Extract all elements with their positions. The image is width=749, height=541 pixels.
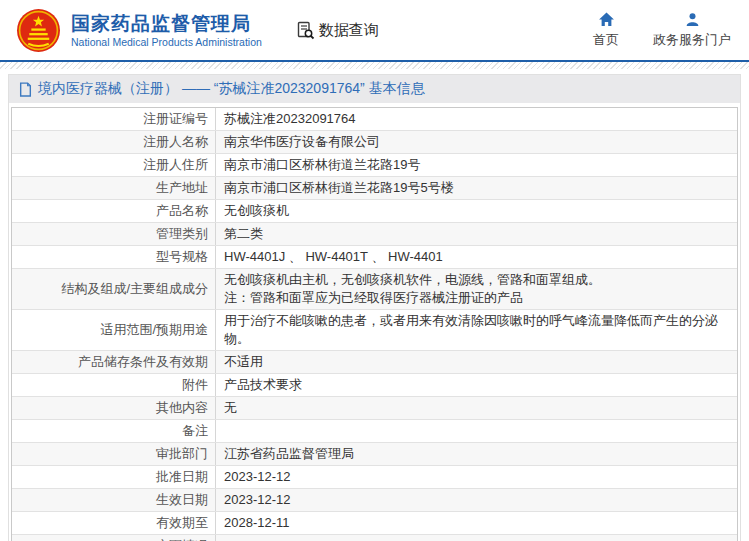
row-value [216, 535, 737, 541]
table-row-intended-use: 适用范围/预期用途 用于治疗不能咳嗽的患者，或者用来有效清除因咳嗽时的呼气峰流量… [12, 310, 737, 351]
table-row-management-class: 管理类别 第二类 [12, 223, 737, 246]
row-label: 备注 [12, 420, 216, 442]
row-label: 批准日期 [12, 466, 216, 488]
table-row-other-content: 其他内容 无 [12, 397, 737, 420]
table-row-effective-date: 生效日期 2023-12-12 [12, 489, 737, 512]
row-value: 不适用 [216, 351, 737, 373]
document-icon [19, 82, 32, 97]
row-label: 审批部门 [12, 443, 216, 465]
org-title-block: 国家药品监督管理局 National Medical Products Admi… [71, 13, 262, 48]
nav-home-label: 首页 [593, 31, 619, 49]
info-table: 注册证编号 苏械注准20232091764 注册人名称 南京华伟医疗设备有限公司… [11, 107, 738, 541]
row-label: 注册证编号 [12, 108, 216, 130]
row-value: 2023-12-12 [216, 466, 737, 488]
row-label: 附件 [12, 374, 216, 396]
row-label: 产品名称 [12, 200, 216, 222]
row-value: 无创咳痰机 [216, 200, 737, 222]
home-icon [598, 12, 615, 27]
page-title: 境内医疗器械（注册） —— “苏械注准20232091764” 基本信息 [38, 80, 425, 98]
row-value: 2023-12-12 [216, 489, 737, 511]
person-icon [685, 12, 700, 27]
table-row-product-name: 产品名称 无创咳痰机 [12, 200, 737, 223]
row-label: 生效日期 [12, 489, 216, 511]
row-value: 第二类 [216, 223, 737, 245]
row-label: 注册人住所 [12, 154, 216, 176]
row-value: 南京市浦口区桥林街道兰花路19号 [216, 154, 737, 176]
data-query-button[interactable]: 数据查询 [296, 21, 379, 40]
row-label: 管理类别 [12, 223, 216, 245]
row-label: 其他内容 [12, 397, 216, 419]
national-emblem-logo [16, 8, 61, 53]
data-query-label: 数据查询 [319, 21, 379, 40]
row-value [216, 420, 737, 442]
row-value: 无 [216, 397, 737, 419]
row-value: 用于治疗不能咳嗽的患者，或者用来有效清除因咳嗽时的呼气峰流量降低而产生的分泌物。 [216, 310, 737, 350]
document-search-icon [296, 21, 315, 40]
row-value: 南京华伟医疗设备有限公司 [216, 131, 737, 153]
row-value: 2028-12-11 [216, 512, 737, 534]
table-row-approval-department: 审批部门 江苏省药品监督管理局 [12, 443, 737, 466]
row-value: 南京市浦口区桥林街道兰花路19号5号楼 [216, 177, 737, 199]
content-card: 境内医疗器械（注册） —— “苏械注准20232091764” 基本信息 注册证… [8, 74, 741, 541]
table-row-approval-date: 批准日期 2023-12-12 [12, 466, 737, 489]
table-row-structure-composition: 结构及组成/主要组成成分 无创咳痰机由主机，无创咳痰机软件，电源线，管路和面罩组… [12, 269, 737, 310]
table-row-attachment: 附件 产品技术要求 [12, 374, 737, 397]
header-nav: 首页 政务服务门户 [593, 12, 735, 49]
hatched-band [0, 62, 749, 69]
row-label: 变更情况 [12, 535, 216, 541]
nav-home[interactable]: 首页 [593, 12, 619, 49]
nav-portal-label: 政务服务门户 [653, 31, 731, 49]
row-value: HW-4401J 、 HW-4401T 、 HW-4401 [216, 246, 737, 268]
table-row-production-address: 生产地址 南京市浦口区桥林街道兰花路19号5号楼 [12, 177, 737, 200]
table-row-storage-validity: 产品储存条件及有效期 不适用 [12, 351, 737, 374]
table-row-expiry-date: 有效期至 2028-12-11 [12, 512, 737, 535]
table-row-reg-cert-no: 注册证编号 苏械注准20232091764 [12, 108, 737, 131]
table-row-model-spec: 型号规格 HW-4401J 、 HW-4401T 、 HW-4401 [12, 246, 737, 269]
table-row-registrant-address: 注册人住所 南京市浦口区桥林街道兰花路19号 [12, 154, 737, 177]
row-label: 产品储存条件及有效期 [12, 351, 216, 373]
row-label: 有效期至 [12, 512, 216, 534]
nav-gov-portal[interactable]: 政务服务门户 [653, 12, 731, 49]
table-row-registrant-name: 注册人名称 南京华伟医疗设备有限公司 [12, 131, 737, 154]
page-title-bar: 境内医疗器械（注册） —— “苏械注准20232091764” 基本信息 [9, 75, 740, 103]
row-value: 苏械注准20232091764 [216, 108, 737, 130]
row-label: 注册人名称 [12, 131, 216, 153]
row-label: 适用范围/预期用途 [12, 310, 216, 350]
row-label: 结构及组成/主要组成成分 [12, 269, 216, 309]
row-label: 生产地址 [12, 177, 216, 199]
table-row-change-status: 变更情况 [12, 535, 737, 541]
row-value: 产品技术要求 [216, 374, 737, 396]
row-value: 江苏省药品监督管理局 [216, 443, 737, 465]
org-name-en: National Medical Products Administration [71, 36, 262, 48]
row-value: 无创咳痰机由主机，无创咳痰机软件，电源线，管路和面罩组成。 注：管路和面罩应为已… [216, 269, 737, 309]
table-row-remarks: 备注 [12, 420, 737, 443]
row-label: 型号规格 [12, 246, 216, 268]
org-name-cn: 国家药品监督管理局 [71, 13, 262, 35]
site-header: 国家药品监督管理局 National Medical Products Admi… [0, 0, 749, 60]
